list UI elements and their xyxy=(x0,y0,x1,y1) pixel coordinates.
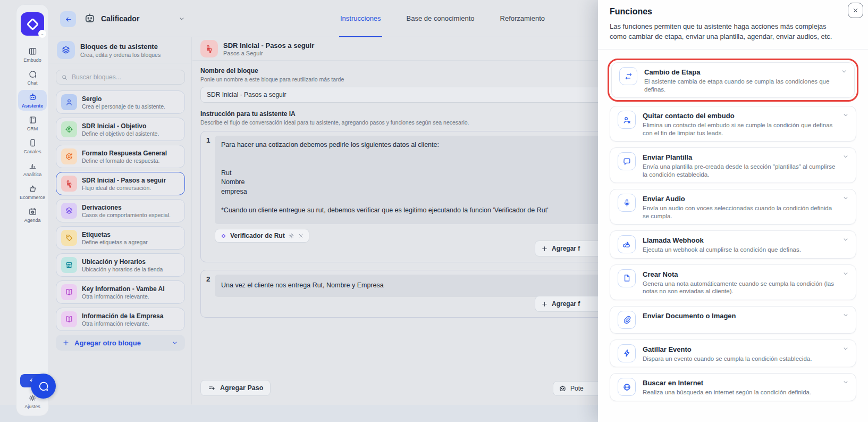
block-card-ubicacion-y-horarios[interactable]: Ubicación y Horarios Ubicación y horario… xyxy=(56,253,185,277)
functions-description: Las funciones permiten que tu asistente … xyxy=(610,21,844,42)
add-block-button[interactable]: Agregar otro bloque xyxy=(56,335,185,351)
add-step-label: Agregar Paso xyxy=(220,384,263,392)
back-button[interactable] xyxy=(60,11,76,27)
chat-bubble-icon xyxy=(618,152,636,170)
block-card-informacion-de-la-empresa[interactable]: Información de la Empresa Otra informaci… xyxy=(56,308,185,331)
top-header: Calificador InstruccionesBase de conocim… xyxy=(49,0,598,37)
step-card-1: 1 Para hacer una cotizacion debemos pedi… xyxy=(200,131,610,262)
sidebar-item-canales[interactable]: Canales xyxy=(18,136,47,156)
function-description: Elimina un contacto del embudo si se cum… xyxy=(643,121,837,137)
function-item-llamada-webhook[interactable]: Llamada Webhook Ejecuta un webhook al cu… xyxy=(610,230,856,259)
name-label: Nombre del bloque xyxy=(200,67,610,75)
function-item-gatillar-evento[interactable]: Gatillar Evento Dispara un evento cuando… xyxy=(610,340,856,368)
block-description: Casos de comportamiento especial. xyxy=(82,212,171,218)
close-panel-button[interactable] xyxy=(848,3,863,18)
sidebar-item-analitica[interactable]: Analítica xyxy=(18,159,47,179)
add-step-button[interactable]: Agregar Paso xyxy=(200,380,271,396)
sidebar-item-chat[interactable]: Chat xyxy=(18,67,47,88)
function-chip-verificador-de-rut[interactable]: Verificador de Rut xyxy=(215,229,309,243)
layers-icon xyxy=(61,203,77,219)
block-title: Formato Respuesta General xyxy=(82,150,167,157)
blocks-panel-header: Bloques de tu asistente Crea, edita y or… xyxy=(49,37,191,63)
sidebar-item-crm[interactable]: CRM xyxy=(18,113,47,134)
function-description: Envía una plantilla pre-creada desde la … xyxy=(643,163,837,178)
block-card-sdr-inicial-objetivo[interactable]: SDR Inicial - Objetivo Define el objetiv… xyxy=(56,118,185,141)
block-card-derivaciones[interactable]: Derivaciones Casos de comportamiento esp… xyxy=(56,199,185,222)
close-icon[interactable] xyxy=(298,233,304,239)
step-card-2: 2 Una vez el cliente nos entrega Rut, No… xyxy=(200,270,610,318)
chat-bubble-icon xyxy=(38,380,49,392)
add-function-button[interactable]: Agregar f xyxy=(535,296,605,312)
block-card-etiquetas[interactable]: Etiquetas Define etiquetas a agregar xyxy=(56,226,185,250)
block-card-sdr-inicial-pasos-a-seguir[interactable]: SDR Inicial - Pasos a seguir Flujo ideal… xyxy=(56,172,185,195)
step-text-input[interactable]: Para hacer una cotizacion debemos pedirl… xyxy=(215,136,605,224)
chat-icon xyxy=(28,70,37,79)
block-card-sergio[interactable]: Sergio Crea el personaje de tu asistente… xyxy=(56,90,185,114)
functions-list: Cambio de Etapa El asistente cambia de e… xyxy=(598,49,868,401)
store-icon xyxy=(61,257,77,273)
block-search-input[interactable] xyxy=(72,73,180,81)
footprints-icon xyxy=(200,40,218,57)
chevron-down-icon xyxy=(840,68,848,75)
gear-icon[interactable] xyxy=(288,233,294,239)
function-item-enviar-documento-o-imagen[interactable]: Enviar Documento o Imagen xyxy=(610,306,856,334)
left-icon-rail: ⌄ Embudo Chat Asistente CRM Canales Anal… xyxy=(16,4,49,416)
blocks-panel-title: Bloques de tu asistente xyxy=(80,43,161,51)
support-chat-fab[interactable] xyxy=(31,374,56,399)
crm-book-icon xyxy=(28,115,37,125)
chevron-down-icon xyxy=(842,236,849,243)
function-item-crear-nota[interactable]: Crear Nota Genera una nota automáticamen… xyxy=(610,264,856,300)
tab-reforzamiento[interactable]: Reforzamiento xyxy=(499,0,546,37)
target-icon xyxy=(61,121,77,137)
function-item-quitar-contacto-del-embudo[interactable]: Quitar contacto del embudo Elimina un co… xyxy=(610,106,856,142)
function-item-buscar-en-internet[interactable]: Buscar en Internet Realiza una búsqueda … xyxy=(610,373,856,401)
sidebar-item-agenda[interactable]: Agenda xyxy=(18,204,47,225)
sidebar-item-label: Canales xyxy=(23,149,41,154)
block-description: Flujo ideal de conversación. xyxy=(82,185,166,191)
tab-base-de-conocimiento[interactable]: Base de conocimiento xyxy=(406,0,476,37)
function-item-cambio-de-etapa[interactable]: Cambio de Etapa El asistente cambia de e… xyxy=(611,62,855,98)
assistant-name: Calificador xyxy=(101,14,139,23)
add-function-button[interactable]: Agregar f xyxy=(535,241,605,256)
function-title: Gatillar Evento xyxy=(643,345,837,353)
block-name-input[interactable] xyxy=(200,87,610,103)
step-text-input[interactable]: Una vez el cliente nos entrega Rut, Nomb… xyxy=(215,275,605,297)
sidebar-item-embudo[interactable]: Embudo xyxy=(18,44,47,65)
function-description: Genera una nota automáticamente cuando s… xyxy=(643,280,837,295)
functions-panel-header: Funciones Las funciones permiten que tu … xyxy=(598,0,868,49)
sidebar-item-label: Agenda xyxy=(24,218,40,223)
step-number: 2 xyxy=(206,275,210,283)
sidebar-item-asistente[interactable]: Asistente xyxy=(18,90,47,111)
paperclip-icon xyxy=(618,311,636,329)
assistant-selector[interactable]: Calificador xyxy=(83,12,186,25)
sidebar-item-label: CRM xyxy=(27,126,38,131)
block-title: SDR Inicial - Pasos a seguir xyxy=(82,177,166,184)
sidebar-item-ecommerce[interactable]: Ecommerce xyxy=(18,181,47,202)
block-search[interactable] xyxy=(56,70,185,85)
swap-arrows-icon xyxy=(619,67,637,85)
ajustes-label: Ajustes xyxy=(24,404,40,409)
logo-diamond-icon xyxy=(26,18,39,30)
function-description: El asistente cambia de etapa cuando se c… xyxy=(644,78,835,93)
function-title: Buscar en Internet xyxy=(643,379,837,387)
function-item-enviar-audio[interactable]: Enviar Audio Envía un audio con voces se… xyxy=(610,189,856,225)
chevron-down-icon xyxy=(842,111,849,119)
rail-nav: Embudo Chat Asistente CRM Canales Analít… xyxy=(16,44,48,225)
block-description: Ubicación y horarios de la tienda xyxy=(82,266,163,272)
device-icon xyxy=(28,138,37,147)
chevron-down-icon xyxy=(842,270,849,277)
function-item-enviar-plantilla[interactable]: Enviar Plantilla Envía una plantilla pre… xyxy=(610,147,856,183)
tag-icon xyxy=(61,230,77,246)
app-logo[interactable]: ⌄ xyxy=(21,12,44,36)
block-description: Crea el personaje de tu asistente. xyxy=(82,103,165,110)
block-card-key-information-vambe-ai[interactable]: Key Information - Vambe AI Otra informac… xyxy=(56,280,185,304)
chevron-down-icon xyxy=(178,15,186,22)
tab-instrucciones[interactable]: Instrucciones xyxy=(339,0,382,37)
plus-icon xyxy=(541,245,548,252)
chevron-down-icon xyxy=(842,194,849,202)
tab-label: Base de conocimiento xyxy=(407,14,475,22)
add-function-label: Agregar f xyxy=(552,245,580,252)
person-x-icon xyxy=(618,111,636,129)
block-card-formato-respuesta-general[interactable]: Formato Respuesta General Define el form… xyxy=(56,145,185,168)
add-block-label: Agregar otro bloque xyxy=(74,339,141,347)
